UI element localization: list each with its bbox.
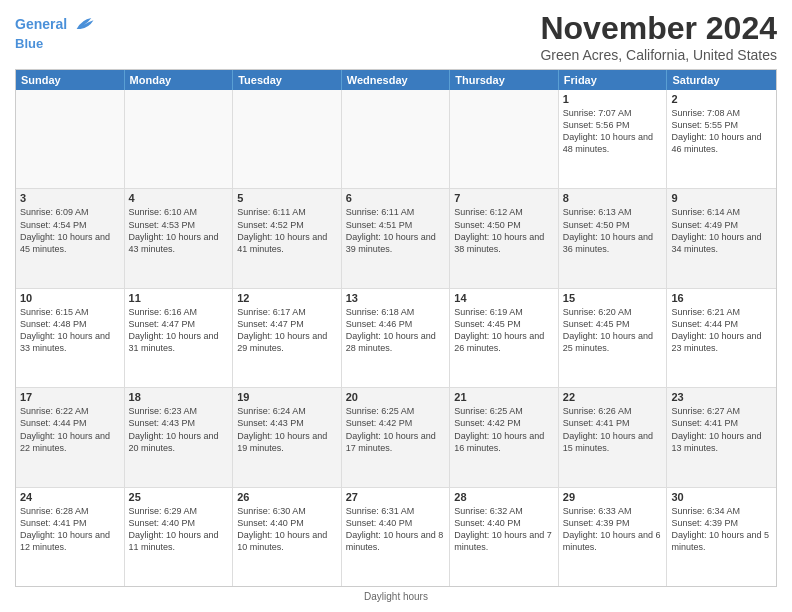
- main-title: November 2024: [540, 10, 777, 47]
- day-info-10: Sunrise: 6:15 AM Sunset: 4:48 PM Dayligh…: [20, 306, 120, 355]
- day-number-6: 6: [346, 192, 446, 204]
- day-number-11: 11: [129, 292, 229, 304]
- day-info-24: Sunrise: 6:28 AM Sunset: 4:41 PM Dayligh…: [20, 505, 120, 554]
- day-number-15: 15: [563, 292, 663, 304]
- calendar-header: SundayMondayTuesdayWednesdayThursdayFrid…: [16, 70, 776, 90]
- day-info-26: Sunrise: 6:30 AM Sunset: 4:40 PM Dayligh…: [237, 505, 337, 554]
- day-12: 12Sunrise: 6:17 AM Sunset: 4:47 PM Dayli…: [233, 289, 342, 387]
- day-number-10: 10: [20, 292, 120, 304]
- day-3: 3Sunrise: 6:09 AM Sunset: 4:54 PM Daylig…: [16, 189, 125, 287]
- day-info-22: Sunrise: 6:26 AM Sunset: 4:41 PM Dayligh…: [563, 405, 663, 454]
- day-info-19: Sunrise: 6:24 AM Sunset: 4:43 PM Dayligh…: [237, 405, 337, 454]
- empty-cell: [450, 90, 559, 188]
- day-number-5: 5: [237, 192, 337, 204]
- page: General Blue November 2024 Green Acres, …: [0, 0, 792, 612]
- header-day-tuesday: Tuesday: [233, 70, 342, 90]
- logo-bird-icon: [73, 14, 95, 36]
- day-28: 28Sunrise: 6:32 AM Sunset: 4:40 PM Dayli…: [450, 488, 559, 586]
- day-info-27: Sunrise: 6:31 AM Sunset: 4:40 PM Dayligh…: [346, 505, 446, 554]
- day-info-15: Sunrise: 6:20 AM Sunset: 4:45 PM Dayligh…: [563, 306, 663, 355]
- calendar-body: 1Sunrise: 7:07 AM Sunset: 5:56 PM Daylig…: [16, 90, 776, 586]
- day-20: 20Sunrise: 6:25 AM Sunset: 4:42 PM Dayli…: [342, 388, 451, 486]
- day-17: 17Sunrise: 6:22 AM Sunset: 4:44 PM Dayli…: [16, 388, 125, 486]
- day-number-17: 17: [20, 391, 120, 403]
- day-number-9: 9: [671, 192, 772, 204]
- day-2: 2Sunrise: 7:08 AM Sunset: 5:55 PM Daylig…: [667, 90, 776, 188]
- calendar-week-3: 10Sunrise: 6:15 AM Sunset: 4:48 PM Dayli…: [16, 289, 776, 388]
- day-number-8: 8: [563, 192, 663, 204]
- day-info-2: Sunrise: 7:08 AM Sunset: 5:55 PM Dayligh…: [671, 107, 772, 156]
- day-number-19: 19: [237, 391, 337, 403]
- day-13: 13Sunrise: 6:18 AM Sunset: 4:46 PM Dayli…: [342, 289, 451, 387]
- header-day-friday: Friday: [559, 70, 668, 90]
- day-19: 19Sunrise: 6:24 AM Sunset: 4:43 PM Dayli…: [233, 388, 342, 486]
- day-5: 5Sunrise: 6:11 AM Sunset: 4:52 PM Daylig…: [233, 189, 342, 287]
- day-number-27: 27: [346, 491, 446, 503]
- day-22: 22Sunrise: 6:26 AM Sunset: 4:41 PM Dayli…: [559, 388, 668, 486]
- day-info-12: Sunrise: 6:17 AM Sunset: 4:47 PM Dayligh…: [237, 306, 337, 355]
- day-number-28: 28: [454, 491, 554, 503]
- day-11: 11Sunrise: 6:16 AM Sunset: 4:47 PM Dayli…: [125, 289, 234, 387]
- day-number-24: 24: [20, 491, 120, 503]
- day-number-3: 3: [20, 192, 120, 204]
- day-23: 23Sunrise: 6:27 AM Sunset: 4:41 PM Dayli…: [667, 388, 776, 486]
- header-day-saturday: Saturday: [667, 70, 776, 90]
- calendar-week-2: 3Sunrise: 6:09 AM Sunset: 4:54 PM Daylig…: [16, 189, 776, 288]
- day-number-22: 22: [563, 391, 663, 403]
- day-info-25: Sunrise: 6:29 AM Sunset: 4:40 PM Dayligh…: [129, 505, 229, 554]
- day-18: 18Sunrise: 6:23 AM Sunset: 4:43 PM Dayli…: [125, 388, 234, 486]
- day-number-13: 13: [346, 292, 446, 304]
- day-info-1: Sunrise: 7:07 AM Sunset: 5:56 PM Dayligh…: [563, 107, 663, 156]
- day-info-4: Sunrise: 6:10 AM Sunset: 4:53 PM Dayligh…: [129, 206, 229, 255]
- day-29: 29Sunrise: 6:33 AM Sunset: 4:39 PM Dayli…: [559, 488, 668, 586]
- footer-note: Daylight hours: [15, 591, 777, 602]
- day-9: 9Sunrise: 6:14 AM Sunset: 4:49 PM Daylig…: [667, 189, 776, 287]
- day-info-21: Sunrise: 6:25 AM Sunset: 4:42 PM Dayligh…: [454, 405, 554, 454]
- day-info-14: Sunrise: 6:19 AM Sunset: 4:45 PM Dayligh…: [454, 306, 554, 355]
- day-number-21: 21: [454, 391, 554, 403]
- day-26: 26Sunrise: 6:30 AM Sunset: 4:40 PM Dayli…: [233, 488, 342, 586]
- day-6: 6Sunrise: 6:11 AM Sunset: 4:51 PM Daylig…: [342, 189, 451, 287]
- day-7: 7Sunrise: 6:12 AM Sunset: 4:50 PM Daylig…: [450, 189, 559, 287]
- day-info-8: Sunrise: 6:13 AM Sunset: 4:50 PM Dayligh…: [563, 206, 663, 255]
- day-4: 4Sunrise: 6:10 AM Sunset: 4:53 PM Daylig…: [125, 189, 234, 287]
- day-21: 21Sunrise: 6:25 AM Sunset: 4:42 PM Dayli…: [450, 388, 559, 486]
- day-8: 8Sunrise: 6:13 AM Sunset: 4:50 PM Daylig…: [559, 189, 668, 287]
- day-info-9: Sunrise: 6:14 AM Sunset: 4:49 PM Dayligh…: [671, 206, 772, 255]
- day-info-20: Sunrise: 6:25 AM Sunset: 4:42 PM Dayligh…: [346, 405, 446, 454]
- day-info-17: Sunrise: 6:22 AM Sunset: 4:44 PM Dayligh…: [20, 405, 120, 454]
- day-number-12: 12: [237, 292, 337, 304]
- empty-cell: [16, 90, 125, 188]
- logo-blue: Blue: [15, 36, 95, 52]
- day-number-29: 29: [563, 491, 663, 503]
- day-number-20: 20: [346, 391, 446, 403]
- day-info-11: Sunrise: 6:16 AM Sunset: 4:47 PM Dayligh…: [129, 306, 229, 355]
- day-30: 30Sunrise: 6:34 AM Sunset: 4:39 PM Dayli…: [667, 488, 776, 586]
- empty-cell: [125, 90, 234, 188]
- header-day-thursday: Thursday: [450, 70, 559, 90]
- day-info-6: Sunrise: 6:11 AM Sunset: 4:51 PM Dayligh…: [346, 206, 446, 255]
- day-24: 24Sunrise: 6:28 AM Sunset: 4:41 PM Dayli…: [16, 488, 125, 586]
- day-27: 27Sunrise: 6:31 AM Sunset: 4:40 PM Dayli…: [342, 488, 451, 586]
- day-number-2: 2: [671, 93, 772, 105]
- day-25: 25Sunrise: 6:29 AM Sunset: 4:40 PM Dayli…: [125, 488, 234, 586]
- empty-cell: [233, 90, 342, 188]
- header-day-sunday: Sunday: [16, 70, 125, 90]
- calendar-week-4: 17Sunrise: 6:22 AM Sunset: 4:44 PM Dayli…: [16, 388, 776, 487]
- day-info-7: Sunrise: 6:12 AM Sunset: 4:50 PM Dayligh…: [454, 206, 554, 255]
- day-16: 16Sunrise: 6:21 AM Sunset: 4:44 PM Dayli…: [667, 289, 776, 387]
- header-day-monday: Monday: [125, 70, 234, 90]
- day-info-23: Sunrise: 6:27 AM Sunset: 4:41 PM Dayligh…: [671, 405, 772, 454]
- day-info-28: Sunrise: 6:32 AM Sunset: 4:40 PM Dayligh…: [454, 505, 554, 554]
- header: General Blue November 2024 Green Acres, …: [15, 10, 777, 63]
- day-number-26: 26: [237, 491, 337, 503]
- day-number-16: 16: [671, 292, 772, 304]
- day-number-14: 14: [454, 292, 554, 304]
- subtitle: Green Acres, California, United States: [540, 47, 777, 63]
- day-info-5: Sunrise: 6:11 AM Sunset: 4:52 PM Dayligh…: [237, 206, 337, 255]
- day-info-18: Sunrise: 6:23 AM Sunset: 4:43 PM Dayligh…: [129, 405, 229, 454]
- day-1: 1Sunrise: 7:07 AM Sunset: 5:56 PM Daylig…: [559, 90, 668, 188]
- day-number-7: 7: [454, 192, 554, 204]
- day-info-29: Sunrise: 6:33 AM Sunset: 4:39 PM Dayligh…: [563, 505, 663, 554]
- day-info-13: Sunrise: 6:18 AM Sunset: 4:46 PM Dayligh…: [346, 306, 446, 355]
